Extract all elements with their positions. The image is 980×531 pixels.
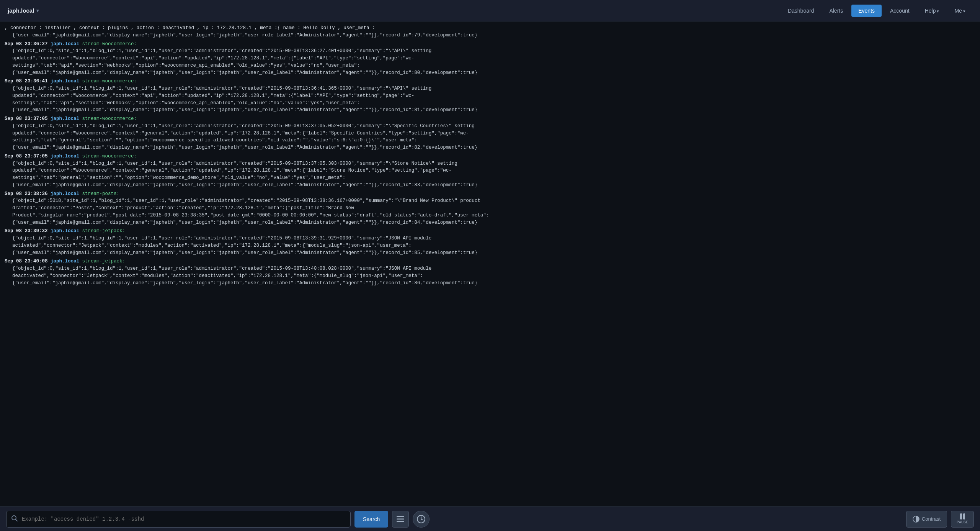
log-line-4-3: {"user_email":"japhie@gmail.com","displa… <box>5 219 975 226</box>
log-line-1-3: {"user_email":"japhie@gmail.com","displa… <box>5 107 975 114</box>
log-host: japh.local <box>51 116 79 121</box>
nav-me[interactable]: Me <box>947 5 972 17</box>
log-line-4-2: Product","singular_name":"product","post… <box>5 212 975 219</box>
pause-icon <box>960 513 965 520</box>
log-stream: stream-posts: <box>82 191 120 197</box>
svg-rect-3 <box>397 518 404 520</box>
log-timestamp: Sep 08 23:38:36 <box>5 191 48 197</box>
log-line-5-2: {"user_email":"japhie@gmail.com","displa… <box>5 249 975 257</box>
contrast-button[interactable]: Contrast <box>906 511 947 528</box>
pause-button[interactable]: PAUSE <box>951 511 974 528</box>
log-line-0-0: {"object_id":0,"site_id":1,"blog_id":1,"… <box>5 48 975 55</box>
nav-dashboard[interactable]: Dashboard <box>781 5 821 17</box>
log-line-0-3: {"user_email":"japhie@gmail.com","displa… <box>5 69 975 77</box>
log-line-6-2: {"user_email":"japhie@gmail.com","displa… <box>5 280 975 287</box>
nav-alerts[interactable]: Alerts <box>822 5 850 17</box>
log-timestamp: Sep 08 23:36:27 <box>5 41 48 47</box>
log-host: japh.local <box>51 191 79 197</box>
log-line-3-3: {"user_email":"japhie@gmail.com","displa… <box>5 182 975 189</box>
log-line-1-1: updated","connector":"Woocommerce","cont… <box>5 92 975 100</box>
log-timestamp: Sep 08 23:40:08 <box>5 259 48 264</box>
search-icon <box>11 515 18 523</box>
log-entry-2: Sep 08 23:37:05 japh.local stream-woocom… <box>5 115 975 151</box>
menu-button[interactable] <box>392 511 409 528</box>
log-stream: stream-woocommerce: <box>82 116 137 121</box>
log-area: , connector : installer , context : plug… <box>0 21 980 506</box>
nav-account[interactable]: Account <box>883 5 916 17</box>
log-host: japh.local <box>51 154 79 159</box>
log-stream: stream-jetpack: <box>82 228 126 234</box>
log-stream: stream-woocommerce: <box>82 154 137 159</box>
log-entry-0: Sep 08 23:36:27 japh.local stream-woocom… <box>5 41 975 77</box>
log-line-5-0: {"object_id":0,"site_id":1,"blog_id":1,"… <box>5 235 975 242</box>
log-line-2-3: {"user_email":"japhie@gmail.com","displa… <box>5 144 975 151</box>
log-line-2-1: updated","connector":"Woocommerce","cont… <box>5 130 975 137</box>
brand-caret: ▾ <box>36 8 39 13</box>
log-timestamp: Sep 08 23:37:05 <box>5 154 48 159</box>
contrast-label: Contrast <box>922 516 941 522</box>
search-container <box>6 511 351 528</box>
svg-line-7 <box>421 519 423 520</box>
log-line-3-2: settings","tab":"general","section":"","… <box>5 174 975 182</box>
log-stream: stream-woocommerce: <box>82 79 137 84</box>
brand-logo[interactable]: japh.local ▾ <box>8 7 39 14</box>
log-timestamp: Sep 08 23:36:41 <box>5 79 48 84</box>
log-line-4-0: {"object_id":5018,"site_id":1,"blog_id":… <box>5 197 975 205</box>
log-line-1-0: {"object_id":0,"site_id":1,"blog_id":1,"… <box>5 85 975 92</box>
log-pre-line2: {"user_email":"japhie@gmail.com","displa… <box>5 32 975 39</box>
log-line-2-2: settings","tab":"general","section":"","… <box>5 137 975 144</box>
log-line-6-1: deactivated","connector":"Jetpack","cont… <box>5 272 975 280</box>
log-line-4-1: drafted","connector":"Posts","context":"… <box>5 205 975 212</box>
brand-name: japh.local <box>8 7 34 14</box>
search-input[interactable] <box>22 516 346 522</box>
log-host: japh.local <box>51 41 79 47</box>
svg-rect-2 <box>397 516 404 517</box>
log-timestamp: Sep 08 23:37:05 <box>5 116 48 121</box>
nav-help[interactable]: Help <box>918 5 946 17</box>
nav-links: Dashboard Alerts Events Account Help Me <box>781 5 972 17</box>
log-line-0-1: updated","connector":"Woocommerce","cont… <box>5 55 975 62</box>
log-timestamp: Sep 08 23:39:32 <box>5 228 48 234</box>
log-line-2-0: {"object_id":0,"site_id":1,"blog_id":1,"… <box>5 123 975 130</box>
log-entry-1: Sep 08 23:36:41 japh.local stream-woocom… <box>5 78 975 114</box>
log-pre-entry: , connector : installer , context : plug… <box>5 25 975 39</box>
log-line-0-2: settings","tab":"api","section":"webhook… <box>5 62 975 69</box>
log-line-6-0: {"object_id":0,"site_id":1,"blog_id":1,"… <box>5 265 975 272</box>
log-entry-4: Sep 08 23:38:36 japh.local stream-posts:… <box>5 190 975 226</box>
bottom-bar: Search Contrast PAUSE <box>0 506 980 531</box>
log-pre-line1: , connector : installer , context : plug… <box>5 25 375 31</box>
log-stream: stream-woocommerce: <box>82 41 137 47</box>
log-host: japh.local <box>51 259 79 264</box>
nav-events[interactable]: Events <box>851 5 882 17</box>
svg-rect-4 <box>397 521 404 522</box>
log-entry-6: Sep 08 23:40:08 japh.local stream-jetpac… <box>5 258 975 287</box>
log-line-3-1: updated","connector":"Woocommerce","cont… <box>5 167 975 174</box>
log-entry-3: Sep 08 23:37:05 japh.local stream-woocom… <box>5 153 975 189</box>
clock-button[interactable] <box>413 511 430 528</box>
log-line-1-2: settings","tab":"api","section":"webhook… <box>5 100 975 107</box>
log-host: japh.local <box>51 79 79 84</box>
svg-line-1 <box>16 519 18 521</box>
log-host: japh.local <box>51 228 79 234</box>
search-button[interactable]: Search <box>354 511 388 528</box>
log-stream: stream-jetpack: <box>82 259 126 264</box>
pause-label: PAUSE <box>957 520 968 524</box>
log-line-5-1: activated","connector":"Jetpack","contex… <box>5 242 975 249</box>
top-navigation: japh.local ▾ Dashboard Alerts Events Acc… <box>0 0 980 21</box>
log-line-3-0: {"object_id":0,"site_id":1,"blog_id":1,"… <box>5 160 975 167</box>
log-entry-5: Sep 08 23:39:32 japh.local stream-jetpac… <box>5 228 975 256</box>
